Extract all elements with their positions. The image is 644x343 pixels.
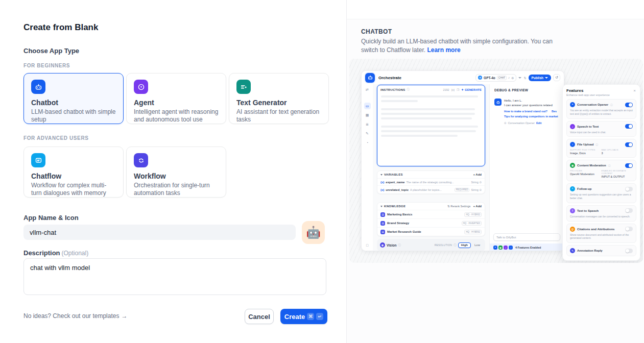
docs-icon: ≣ bbox=[364, 121, 371, 128]
feature-name: Text to Speech bbox=[577, 209, 599, 212]
variable-token-icon: {x} bbox=[380, 181, 384, 184]
robot-emoji: 🤖 bbox=[306, 226, 321, 239]
meta-value: 3 bbox=[602, 152, 633, 155]
variable-token-icon: {x} bbox=[380, 188, 384, 191]
chevron-down-icon bbox=[518, 77, 521, 79]
content-moderation-icon: ▣ bbox=[570, 163, 575, 168]
choose-app-type-label: Choose App Type bbox=[23, 47, 79, 55]
model-icon: ✦ bbox=[478, 76, 482, 80]
token-count: 2192 bbox=[443, 88, 449, 91]
feature-name: Citations and Attributions bbox=[577, 228, 614, 231]
feature-text-to-speech: T Text to Speech Conversation messages c… bbox=[566, 205, 636, 222]
cmd-key-icon: ⌘ bbox=[307, 313, 314, 320]
agent-icon bbox=[134, 80, 148, 94]
app-screenshot-preview: Orchestrate ✦ GPT-4o CHAT ♪ ⚙ ⇅ Publish … bbox=[349, 59, 643, 263]
skeleton-line bbox=[381, 108, 475, 110]
info-icon: ⓘ bbox=[595, 143, 598, 146]
notes-icon: ✎ bbox=[364, 130, 371, 137]
app-type-card-chatflow[interactable]: Chatflow Workflow for complex multi-turn… bbox=[23, 146, 124, 198]
meta-value: INPUT & OUTPUT bbox=[602, 175, 633, 178]
app-name-input[interactable] bbox=[23, 225, 296, 240]
image-icon: ▦ bbox=[364, 112, 371, 118]
knowledge-card: KNOWLEDGE ⇅ Rerank Settings + Add ▤ Mark… bbox=[377, 202, 485, 236]
globe-icon: ◔ bbox=[364, 139, 371, 146]
app-type-card-workflow[interactable]: Workflow Orchestration for single-turn a… bbox=[126, 146, 226, 198]
rerank-icon: ⇅ bbox=[447, 205, 450, 208]
instructions-panel: INSTRUCTIONS ⓘ 2192 {x} ❐ ✦ GENERATE bbox=[377, 85, 485, 166]
eye-icon: ⊙ bbox=[479, 188, 482, 191]
file-upload-icon: ↑ bbox=[570, 142, 575, 147]
vision-label: Vision bbox=[387, 243, 396, 247]
meta-label: PROVIDER bbox=[570, 169, 602, 172]
card-title: Text Generator bbox=[236, 99, 321, 107]
speech-to-text-icon: ♪ bbox=[570, 124, 575, 129]
window-sidebar: ⇄ ▭ ▦ ≣ ✎ ◔ □ bbox=[362, 84, 373, 251]
app-type-card-chatbot[interactable]: Chatbot LLM-based chatbot with simple se… bbox=[23, 73, 124, 124]
chevron-down-icon bbox=[380, 206, 383, 207]
feature-desc: Conversation messages can be converted t… bbox=[570, 215, 633, 218]
bot-message: Hello, I am L. I can answer your questio… bbox=[504, 99, 558, 125]
instructions-label: INSTRUCTIONS bbox=[380, 88, 406, 91]
generate-button: ✦ GENERATE bbox=[461, 88, 482, 91]
card-desc: Intelligent agent with reasoning and aut… bbox=[134, 108, 219, 123]
feature-content-moderation: ▣ Content Moderation ⓘ PROVIDER OpenAI M… bbox=[566, 160, 636, 181]
chevron-down-icon bbox=[380, 174, 383, 176]
skeleton-line bbox=[381, 117, 472, 119]
toggle-off bbox=[625, 227, 633, 231]
moderation-mini-icon: ▣ bbox=[498, 246, 503, 250]
learn-more-link[interactable]: Learn more bbox=[427, 46, 460, 54]
info-icon: ⓘ bbox=[454, 243, 457, 247]
meta-label: SUPPORT FILE TYPES bbox=[570, 149, 602, 151]
variable-name: expert_name bbox=[386, 181, 404, 184]
bot-avatar-icon bbox=[494, 99, 502, 106]
close-icon: × bbox=[633, 89, 636, 93]
preview-pane: CHATBOT Quickly build an LLM-based chatb… bbox=[346, 0, 644, 343]
dataset-tag: HQ · HYBRID bbox=[464, 230, 482, 234]
tune-icon: ⇅ bbox=[523, 76, 526, 80]
feature-follow-up: ❞ Follow-up Setting up next questions su… bbox=[566, 183, 636, 203]
feature-desc: Voice input can be used in chat. bbox=[570, 131, 633, 134]
variables-card: VARIABLES + Add {x} expert_name The name… bbox=[377, 170, 485, 194]
annotation-reply-icon: ✎ bbox=[570, 248, 575, 253]
preview-description: Quickly build an LLM-based chatbot with … bbox=[361, 37, 554, 55]
toggle-on bbox=[625, 103, 633, 107]
rerank-settings-button: ⇅ Rerank Settings bbox=[447, 205, 470, 208]
opener-icon: ⊙ bbox=[504, 121, 507, 125]
mic-icon: ♪ bbox=[508, 76, 510, 79]
copy-icon: ❐ bbox=[457, 88, 459, 91]
window-header: Orchestrate ✦ GPT-4o CHAT ♪ ⚙ ⇅ Publish … bbox=[362, 71, 564, 84]
knowledge-row: ▤ Marketing Basics HQ · HYBRID bbox=[377, 210, 485, 218]
feature-annotation-reply: ✎ Annotation Reply bbox=[566, 245, 636, 256]
window-title: Orchestrate bbox=[378, 76, 401, 80]
cancel-button[interactable]: Cancel bbox=[245, 309, 274, 324]
description-textarea[interactable]: chat with vllm model bbox=[23, 258, 326, 295]
model-name: GPT-4o bbox=[484, 76, 495, 80]
features-enabled-bar: ❝ ▣ ♪ ↑ 4 Features Enabled bbox=[490, 243, 564, 251]
app-type-card-agent[interactable]: Agent Intelligent agent with reasoning a… bbox=[126, 73, 226, 124]
prompt-panel-icon: ▭ bbox=[364, 103, 371, 109]
vision-setting-row: ◉ Vision ⓘ RESOLUTION ⓘ High Low bbox=[377, 239, 485, 251]
templates-link[interactable]: No ideas? Check out our templates→ bbox=[23, 312, 127, 320]
skeleton-line bbox=[381, 126, 478, 128]
features-subtitle: Enhance web app user experience bbox=[566, 93, 636, 96]
card-title: Agent bbox=[134, 99, 219, 107]
card-title: Workflow bbox=[134, 172, 219, 180]
info-icon: ⓘ bbox=[407, 88, 410, 91]
top-strip bbox=[347, 0, 644, 19]
meta-label: ENABLED MODERATE CONTENT bbox=[602, 169, 633, 175]
card-title: Chatbot bbox=[31, 99, 116, 107]
app-type-card-text-generator[interactable]: Text Generator AI assistant for text gen… bbox=[229, 73, 329, 124]
stop-icon: □ bbox=[364, 242, 371, 249]
text-to-speech-icon: T bbox=[570, 208, 575, 213]
create-button[interactable]: Create ⌘ ↵ bbox=[280, 309, 327, 324]
app-icon-picker[interactable]: 🤖 bbox=[302, 221, 325, 244]
chat-input: Talk to DifyBot bbox=[493, 233, 560, 241]
feature-speech-to-text: ♪ Speech to Text Voice input can be used… bbox=[566, 121, 636, 137]
orchestrate-window: Orchestrate ✦ GPT-4o CHAT ♪ ⚙ ⇅ Publish … bbox=[361, 70, 564, 251]
publish-button: Publish bbox=[529, 75, 551, 81]
variable-desc: The name of the strategic consulting... bbox=[406, 181, 469, 184]
resolution-low-chip: Low bbox=[472, 243, 482, 248]
features-panel: Features Enhance web app user experience… bbox=[562, 84, 640, 261]
feature-citations: @ Citations and Attributions Show source… bbox=[566, 224, 636, 243]
dataset-tag: HQ · INVERTED bbox=[462, 221, 482, 226]
